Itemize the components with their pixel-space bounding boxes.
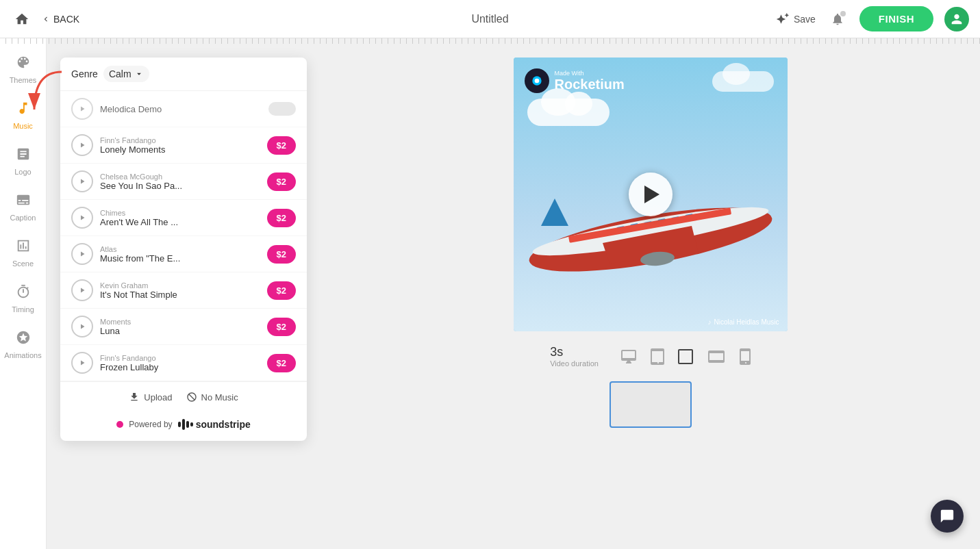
cloud-2 (712, 71, 774, 92)
credit-text: ♪ Nicolai Heidlas Music (707, 318, 779, 326)
chat-button[interactable] (931, 500, 964, 533)
play-button-7[interactable] (71, 352, 93, 374)
track-item-partial: Melodica Demo (60, 91, 307, 127)
sidebar-item-caption[interactable]: Caption (3, 187, 44, 227)
track-info-1: Finn's Fandango Lonely Moments (100, 136, 260, 155)
sidebar-item-music[interactable]: Music (3, 95, 44, 136)
track-name-0: Melodica Demo (100, 104, 262, 114)
play-button-5[interactable] (71, 279, 93, 301)
play-triangle-icon (644, 186, 659, 203)
track-item-6: Moments Luna $2 (60, 309, 307, 345)
header-left: BACK (11, 8, 79, 30)
track-item-1: Finn's Fandango Lonely Moments $2 (60, 127, 307, 164)
track-artist-3: Chimes (100, 209, 260, 217)
timing-icon (16, 284, 31, 303)
track-item-3: Chimes Aren't We All The ... $2 (60, 200, 307, 236)
duration-value: 3s (550, 345, 599, 359)
svg-rect-4 (190, 422, 193, 426)
track-name-2: See You In Sao Pa... (100, 181, 260, 191)
notification-dot (840, 11, 846, 16)
track-artist-7: Finn's Fandango (100, 354, 260, 362)
sidebar-label-logo: Logo (14, 168, 31, 176)
save-button[interactable]: Save (776, 12, 816, 26)
play-overlay-button[interactable] (629, 173, 673, 216)
main-content: Genre Calm Melodica Demo (47, 44, 980, 455)
sidebar-item-timing[interactable]: Timing (3, 279, 44, 319)
track-info-7: Finn's Fandango Frozen Lullaby (100, 354, 260, 372)
dashed-divider (0, 38, 980, 44)
track-info-0: Melodica Demo (100, 104, 262, 114)
price-button-6[interactable]: $2 (267, 318, 296, 336)
track-item-2: Chelsea McGough See You In Sao Pa... $2 (60, 164, 307, 200)
watermark-brand: Rocketium (555, 77, 625, 92)
sidebar-item-themes[interactable]: Themes (3, 49, 44, 90)
price-button-4[interactable]: $2 (267, 245, 296, 264)
track-list: Melodica Demo Finn's Fandango Lonely Mom… (60, 91, 307, 381)
track-artist-2: Chelsea McGough (100, 173, 260, 181)
track-item-4: Atlas Music from "The E... $2 (60, 236, 307, 272)
track-name-4: Music from "The E... (100, 253, 260, 264)
play-button-4[interactable] (71, 243, 93, 265)
sidebar-label-caption: Caption (10, 214, 36, 222)
timeline-thumbnail[interactable] (610, 381, 692, 428)
powered-by: Powered by soundstripe (60, 412, 307, 441)
aspect-landscape-button[interactable] (707, 350, 726, 363)
calm-filter-button[interactable]: Calm (103, 66, 149, 82)
price-button-3[interactable]: $2 (267, 209, 296, 227)
caption-icon (16, 192, 31, 211)
watermark-top-text: Made With (555, 70, 625, 77)
track-artist-5: Kevin Graham (100, 281, 260, 290)
price-button-2[interactable]: $2 (267, 173, 296, 191)
svg-rect-1 (178, 422, 181, 427)
panel-header: Genre Calm (60, 58, 307, 91)
sidebar-label-animations: Animations (4, 351, 41, 359)
play-button-3[interactable] (71, 207, 93, 229)
price-button-1[interactable]: $2 (267, 136, 296, 155)
themes-icon (16, 55, 31, 73)
price-button-5[interactable]: $2 (267, 281, 296, 300)
play-button-0[interactable] (71, 98, 93, 120)
controls-row: 3s Video duration (550, 345, 751, 368)
play-button-6[interactable] (71, 316, 93, 337)
play-button-1[interactable] (71, 134, 93, 156)
track-item-5: Kevin Graham It's Not That Simple $2 (60, 272, 307, 309)
finish-button[interactable]: FINISH (859, 6, 933, 31)
airplane (514, 144, 788, 297)
price-button-7[interactable]: $2 (267, 354, 296, 372)
play-button-2[interactable] (71, 170, 93, 192)
no-music-button[interactable]: No Music (186, 392, 238, 403)
svg-rect-2 (182, 419, 185, 430)
toggle-0[interactable] (268, 102, 296, 116)
avatar[interactable] (944, 7, 969, 31)
track-name-6: Luna (100, 326, 260, 336)
aspect-desktop-button[interactable] (620, 348, 637, 365)
track-info-4: Atlas Music from "The E... (100, 245, 260, 264)
track-artist-1: Finn's Fandango (100, 136, 260, 144)
upload-button[interactable]: Upload (129, 392, 172, 403)
aspect-portrait-button[interactable] (740, 348, 751, 365)
aspect-square-button[interactable] (678, 349, 693, 364)
genre-label: Genre (71, 68, 98, 79)
timeline (610, 381, 692, 428)
track-artist-4: Atlas (100, 245, 260, 253)
soundstripe-dot (116, 421, 123, 428)
scene-icon (16, 238, 31, 257)
back-button[interactable]: BACK (41, 14, 79, 25)
sidebar-item-scene[interactable]: Scene (3, 233, 44, 273)
track-name-7: Frozen Lullaby (100, 362, 260, 372)
sidebar-item-logo[interactable]: Logo (3, 141, 44, 181)
music-icon (16, 101, 31, 119)
sidebar-item-animations[interactable]: Animations (3, 324, 44, 365)
cloud-1 (527, 99, 610, 126)
svg-marker-7 (541, 199, 568, 226)
panel-footer: Upload No Music (60, 381, 307, 412)
track-name-1: Lonely Moments (100, 144, 260, 155)
music-panel: Genre Calm Melodica Demo (60, 58, 307, 441)
watermark-icon (525, 68, 549, 93)
home-button[interactable] (11, 8, 33, 30)
duration-info: 3s Video duration (550, 345, 599, 368)
aspect-tablet-button[interactable] (651, 348, 664, 365)
svg-rect-19 (679, 350, 692, 363)
sidebar-label-music: Music (13, 122, 33, 130)
notification-button[interactable] (827, 8, 849, 30)
